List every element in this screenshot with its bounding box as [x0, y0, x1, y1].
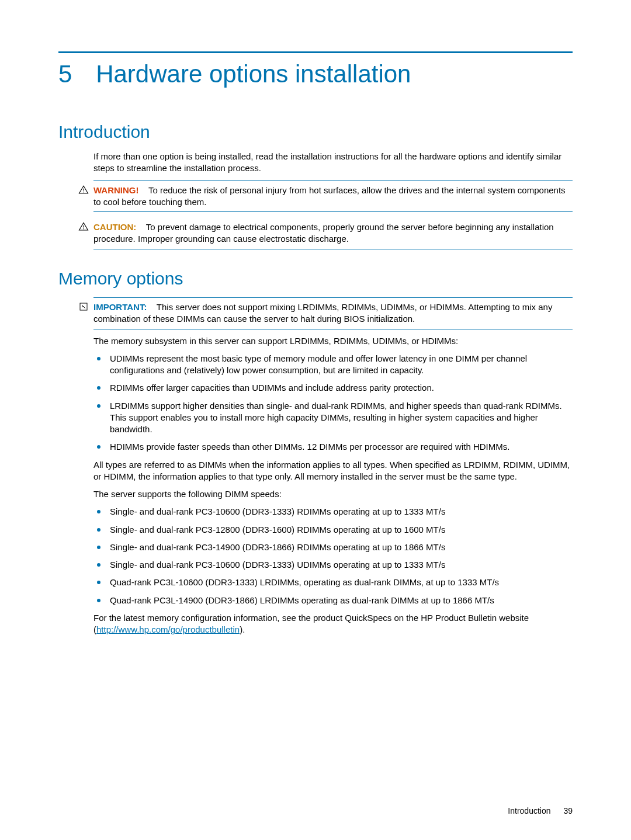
page: 5 Hardware options installation Introduc…	[0, 0, 631, 840]
caution-note: CAUTION: To prevent damage to electrical…	[93, 218, 573, 249]
list-item: Quad-rank PC3L-10600 (DDR3-1333) LRDIMMs…	[110, 577, 573, 588]
svg-point-3	[83, 228, 84, 230]
memory-p2: All types are referred to as DIMMs when …	[93, 459, 573, 483]
important-label: IMPORTANT:	[93, 302, 147, 312]
list-item: Single- and dual-rank PC3-12800 (DDR3-16…	[110, 524, 573, 536]
footer-section: Introduction	[508, 806, 550, 815]
warning-note: WARNING! To reduce the risk of personal …	[93, 181, 573, 213]
list-item: Single- and dual-rank PC3-10600 (DDR3-13…	[110, 506, 573, 518]
important-icon	[77, 301, 90, 315]
memory-p1: The memory subsystem in this server can …	[93, 335, 573, 347]
memory-body: IMPORTANT: This server does not support …	[93, 297, 573, 636]
list-item: RDIMMs offer larger capacities than UDIM…	[110, 382, 573, 394]
chapter-header: 5 Hardware options installation	[58, 58, 573, 91]
important-note: IMPORTANT: This server does not support …	[93, 297, 573, 329]
memory-p3: The server supports the following DIMM s…	[93, 488, 573, 500]
warning-label: WARNING!	[93, 185, 139, 195]
heading-memory-options: Memory options	[58, 267, 573, 291]
list-item: Single- and dual-rank PC3-10600 (DDR3-13…	[110, 559, 573, 571]
chapter-number: 5	[58, 58, 93, 91]
list-item: LRDIMMs support higher densities than si…	[110, 400, 573, 436]
list-item: UDIMMs represent the most basic type of …	[110, 353, 573, 377]
list-item: Quad-rank PC3L-14900 (DDR3-1866) LRDIMMs…	[110, 595, 573, 606]
warning-icon	[77, 185, 90, 198]
dimm-types-list: UDIMMs represent the most basic type of …	[93, 353, 573, 453]
caution-label: CAUTION:	[93, 222, 136, 232]
list-item: Single- and dual-rank PC3-14900 (DDR3-18…	[110, 542, 573, 553]
dimm-speeds-list: Single- and dual-rank PC3-10600 (DDR3-13…	[93, 506, 573, 606]
chapter-rule	[58, 51, 573, 53]
list-item: HDIMMs provide faster speeds than other …	[110, 441, 573, 453]
warning-text: To reduce the risk of personal injury fr…	[93, 185, 566, 207]
footer-page-number: 39	[563, 806, 573, 815]
memory-p4: For the latest memory configuration info…	[93, 612, 573, 636]
chapter-title: Hardware options installation	[96, 58, 411, 91]
product-bulletin-link[interactable]: http://www.hp.com/go/productbulletin	[96, 624, 240, 634]
caution-icon	[77, 221, 90, 235]
intro-paragraph: If more than one option is being install…	[93, 151, 573, 175]
page-footer: Introduction 39	[508, 806, 573, 817]
heading-introduction: Introduction	[58, 120, 573, 144]
intro-body: If more than one option is being install…	[93, 151, 573, 249]
p4-post: ).	[240, 624, 245, 634]
important-text: This server does not support mixing LRDI…	[93, 302, 552, 324]
svg-point-1	[83, 192, 84, 193]
caution-text: To prevent damage to electrical componen…	[93, 222, 554, 244]
